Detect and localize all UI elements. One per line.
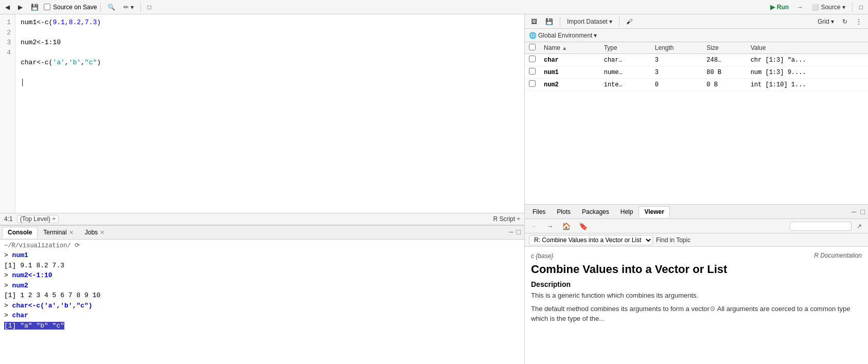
tab-files[interactable]: Files bbox=[527, 206, 551, 217]
help-ext-btn[interactable]: ↗ bbox=[854, 222, 865, 231]
left-panel: 1 2 3 4 num1<-c(9.1,8.2,7.3) num2<-1:10 … bbox=[0, 14, 525, 364]
var-name: char bbox=[540, 54, 600, 66]
var-value: chr [1:3] "a... bbox=[747, 54, 868, 66]
console-line-4: > num2 bbox=[4, 281, 520, 291]
help-maximize-btn[interactable]: □ bbox=[860, 208, 866, 216]
col-name[interactable]: Name ▲ bbox=[540, 42, 600, 54]
help-search-input[interactable] bbox=[790, 222, 852, 231]
editor-content: 1 2 3 4 num1<-c(9.1,8.2,7.3) num2<-1:10 … bbox=[0, 14, 524, 213]
code-line-2: num2<-1:10 bbox=[21, 38, 519, 48]
line-number: 1 bbox=[4, 17, 11, 28]
var-name: num1 bbox=[540, 66, 600, 79]
console-line-3: > num2<-1:10 bbox=[4, 270, 520, 281]
help-panel: Files Plots Packages Help Viewer ─ □ ← →… bbox=[525, 205, 868, 364]
console-panel: Console Terminal ✕ Jobs ✕ ─ □ ~/R/visual… bbox=[0, 225, 524, 364]
jobs-close-icon[interactable]: ✕ bbox=[100, 229, 104, 236]
line-number: 3 bbox=[4, 38, 11, 48]
help-doc-bar: R: Combine Values into a Vector or List … bbox=[525, 233, 868, 247]
search-btn[interactable]: 🔍 bbox=[104, 3, 118, 12]
help-bookmark-btn[interactable]: 🔖 bbox=[576, 221, 591, 231]
row-checkbox[interactable] bbox=[525, 79, 540, 91]
code-line-1: num1<-c(9.1,8.2,7.3) bbox=[21, 17, 519, 28]
table-row[interactable]: num1 nume… 3 80 B num [1:3] 9.... bbox=[525, 66, 868, 79]
help-rdoc: R Documentation bbox=[814, 252, 862, 259]
help-description: This is a generic function which combine… bbox=[531, 290, 862, 301]
global-env-label: Global Environment bbox=[538, 32, 592, 39]
next-btn[interactable]: → bbox=[794, 3, 806, 12]
grid-btn[interactable]: Grid ▾ bbox=[814, 17, 837, 26]
help-description2: The default method combines its argument… bbox=[531, 304, 862, 324]
line-numbers: 1 2 3 4 bbox=[0, 14, 15, 213]
save-btn[interactable]: 💾 bbox=[28, 3, 42, 12]
env-refresh-btn[interactable]: ↻ bbox=[839, 17, 851, 26]
help-back-btn[interactable]: ← bbox=[528, 221, 541, 231]
help-window-btns: ─ □ bbox=[851, 208, 866, 216]
row-checkbox[interactable] bbox=[525, 66, 540, 79]
var-length: 0 bbox=[651, 79, 702, 91]
console-path: ~/R/visualization/ ⟳ bbox=[4, 242, 520, 249]
select-all-checkbox[interactable] bbox=[529, 44, 536, 50]
forward-btn[interactable]: ▶ bbox=[15, 3, 26, 12]
source-on-save-checkbox[interactable] bbox=[44, 4, 50, 10]
import-dataset-label: Import Dataset ▾ bbox=[567, 18, 612, 25]
col-checkbox bbox=[525, 42, 540, 54]
var-type: inte… bbox=[600, 79, 651, 91]
help-forward-btn[interactable]: → bbox=[543, 221, 557, 231]
code-editor[interactable]: num1<-c(9.1,8.2,7.3) num2<-1:10 char<-c(… bbox=[15, 14, 524, 213]
other-btn[interactable]: □ bbox=[856, 3, 866, 12]
tab-packages[interactable]: Packages bbox=[576, 206, 615, 217]
env-save-btn[interactable]: 💾 bbox=[542, 17, 556, 26]
help-home-btn[interactable]: 🏠 bbox=[559, 221, 574, 231]
help-minimize-btn[interactable]: ─ bbox=[851, 208, 858, 216]
var-type: char… bbox=[600, 54, 651, 66]
tab-viewer[interactable]: Viewer bbox=[639, 206, 669, 217]
source-btn[interactable]: ⬜ Source ▾ bbox=[808, 3, 848, 12]
table-row[interactable]: char char… 3 248… chr [1:3] "a... bbox=[525, 54, 868, 66]
env-brush-btn[interactable]: 🖌 bbox=[623, 17, 635, 26]
console-line-1: > num1 bbox=[4, 250, 520, 261]
console-line-6: > char<-c('a','b',"c") bbox=[4, 301, 520, 311]
help-find-btn[interactable]: Find in Topic bbox=[656, 236, 690, 244]
env-more-btn[interactable]: ⋮ bbox=[853, 17, 865, 26]
run-btn[interactable]: ▶ Run bbox=[767, 3, 792, 12]
terminal-close-icon[interactable]: ✕ bbox=[69, 229, 74, 236]
misc-btn[interactable]: □ bbox=[145, 3, 154, 12]
col-length[interactable]: Length bbox=[651, 42, 702, 54]
edit-btn[interactable]: ✏ ▾ bbox=[120, 3, 136, 12]
var-value: int [1:10] 1... bbox=[747, 79, 868, 91]
console-maximize-btn[interactable]: □ bbox=[515, 228, 522, 236]
tab-console[interactable]: Console bbox=[2, 227, 38, 238]
editor-toolbar: ◀ ▶ 💾 Source on Save 🔍 ✏ ▾ □ ▶ Run → ⬜ S… bbox=[0, 0, 868, 14]
editor-area[interactable]: 1 2 3 4 num1<-c(9.1,8.2,7.3) num2<-1:10 … bbox=[0, 14, 524, 213]
tab-help[interactable]: Help bbox=[615, 206, 639, 217]
code-level[interactable]: (Top Level) ÷ bbox=[17, 215, 59, 223]
env-toolbar: 🖼 💾 Import Dataset ▾ 🖌 Grid ▾ ↻ ⋮ bbox=[525, 14, 868, 29]
tab-console-label: Console bbox=[8, 229, 32, 236]
console-body[interactable]: ~/R/visualization/ ⟳ > num1 [1] 9.1 8.2 … bbox=[0, 240, 524, 364]
col-value[interactable]: Value bbox=[747, 42, 868, 54]
col-type[interactable]: Type bbox=[600, 42, 651, 54]
row-checkbox[interactable] bbox=[525, 54, 540, 66]
environment-panel: 🖼 💾 Import Dataset ▾ 🖌 Grid ▾ ↻ ⋮ 🌐 Glob… bbox=[525, 14, 868, 205]
var-length: 3 bbox=[651, 54, 702, 66]
cursor-position: 4:1 bbox=[4, 215, 13, 223]
tab-jobs[interactable]: Jobs ✕ bbox=[79, 227, 110, 238]
var-type: nume… bbox=[600, 66, 651, 79]
back-btn[interactable]: ◀ bbox=[2, 3, 13, 12]
col-size[interactable]: Size bbox=[702, 42, 746, 54]
env-icon-btn[interactable]: 🖼 bbox=[528, 17, 540, 26]
tab-terminal[interactable]: Terminal ✕ bbox=[38, 227, 79, 238]
var-value: num [1:3] 9.... bbox=[747, 66, 868, 79]
import-dataset-btn[interactable]: Import Dataset ▾ bbox=[564, 17, 615, 26]
tab-plots[interactable]: Plots bbox=[551, 206, 576, 217]
env-dropdown-bar: 🌐 Global Environment ▾ bbox=[525, 29, 868, 42]
source-on-save-label: Source on Save bbox=[53, 4, 97, 11]
help-doc-select[interactable]: R: Combine Values into a Vector or List bbox=[529, 235, 653, 245]
console-minimize-btn[interactable]: ─ bbox=[507, 228, 515, 236]
env-table-header: Name ▲ Type Length Size Value bbox=[525, 42, 868, 54]
global-env-btn[interactable]: 🌐 Global Environment ▾ bbox=[529, 32, 597, 39]
var-length: 3 bbox=[651, 66, 702, 79]
table-row[interactable]: num2 inte… 0 0 B int [1:10] 1... bbox=[525, 79, 868, 91]
file-type[interactable]: R Script ÷ bbox=[493, 215, 520, 223]
console-tabs-bar: Console Terminal ✕ Jobs ✕ ─ □ bbox=[0, 225, 524, 240]
